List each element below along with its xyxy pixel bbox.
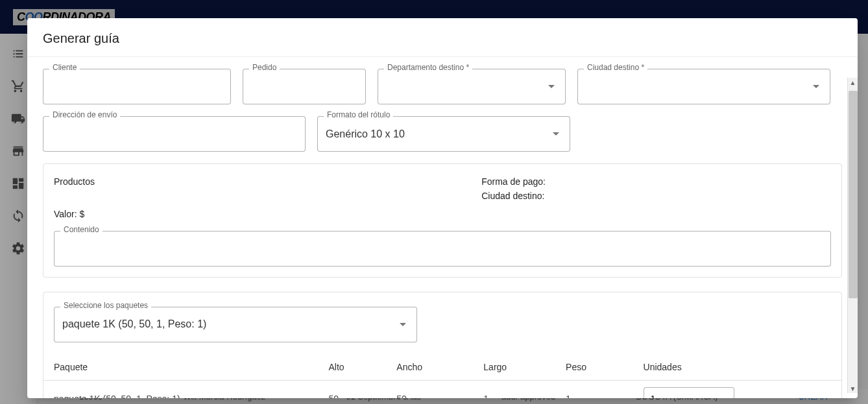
formato-select[interactable]: Genérico 10 x 10	[317, 116, 570, 152]
gear-icon[interactable]	[11, 241, 25, 255]
modal-body: Cliente Pedido Departamento destino * Ci…	[27, 56, 858, 398]
pedido-input[interactable]	[243, 69, 366, 104]
cliente-input[interactable]	[43, 69, 231, 104]
cliente-field: Cliente	[43, 69, 231, 104]
package-select[interactable]: paquete 1K (50, 50, 1, Peso: 1)	[54, 307, 417, 342]
packages-table: Paquete Alto Ancho Largo Peso Unidades p…	[43, 354, 841, 398]
th-ancho: Ancho	[386, 354, 473, 381]
generate-guide-modal: Generar guía Cliente Pedido Departamento…	[27, 18, 858, 398]
contenido-field: Contenido	[54, 231, 831, 267]
td-ancho: 50	[386, 380, 473, 398]
cart-icon[interactable]	[11, 79, 25, 93]
package-select-field: Seleccione los paquetes paquete 1K (50, …	[54, 307, 417, 342]
td-paquete: paquete 1K (50, 50, 1, Peso: 1)	[43, 380, 318, 398]
ciudad-destino-label: Ciudad destino:	[481, 189, 546, 203]
sync-icon[interactable]	[11, 209, 25, 223]
ciudad-field: Ciudad destino *	[577, 69, 830, 104]
chevron-down-icon	[813, 85, 819, 88]
unidades-input[interactable]	[644, 387, 734, 398]
scroll-down-icon[interactable]: ▼	[849, 384, 858, 393]
departamento-select[interactable]	[378, 69, 566, 104]
chevron-down-icon	[553, 132, 559, 136]
scroll-up-icon[interactable]: ▲	[849, 78, 858, 87]
th-paquete: Paquete	[43, 354, 318, 381]
ciudad-select[interactable]	[577, 69, 830, 104]
package-select-label: Seleccione los paquetes	[60, 301, 151, 310]
package-select-value: paquete 1K (50, 50, 1, Peso: 1)	[62, 318, 206, 330]
list-icon[interactable]	[11, 47, 25, 61]
th-peso: Peso	[555, 354, 633, 381]
chevron-down-icon	[400, 323, 406, 326]
modal-header: Generar guía	[27, 18, 858, 56]
departamento-label: Departamento destino *	[384, 63, 472, 72]
direccion-input[interactable]	[43, 116, 306, 152]
chevron-down-icon	[548, 85, 555, 88]
ciudad-label: Ciudad destino *	[584, 63, 647, 72]
formato-value: Genérico 10 x 10	[326, 128, 405, 140]
direccion-field: Dirección de envío	[43, 116, 306, 152]
th-unidades: Unidades	[633, 354, 841, 381]
td-largo: 1	[473, 380, 555, 398]
scrollbar[interactable]: ▲ ▼	[847, 78, 858, 393]
store-icon[interactable]	[11, 144, 25, 158]
dashboard-icon[interactable]	[11, 176, 25, 191]
contenido-input[interactable]	[54, 231, 831, 267]
modal-title: Generar guía	[43, 31, 842, 46]
pedido-field: Pedido	[243, 69, 366, 104]
packages-card: Seleccione los paquetes paquete 1K (50, …	[43, 292, 842, 398]
th-alto: Alto	[318, 354, 386, 381]
valor-label: Valor: $	[54, 207, 95, 221]
direccion-label: Dirección de envío	[49, 110, 120, 119]
summary-card: Productos Valor: $ Forma de pago: Ciudad…	[43, 163, 842, 278]
th-largo: Largo	[473, 354, 555, 381]
formato-label: Formato del rótulo	[324, 110, 393, 119]
departamento-field: Departamento destino *	[378, 69, 566, 104]
pedido-label: Pedido	[249, 63, 280, 72]
productos-label: Productos	[54, 174, 95, 189]
forma-pago-label: Forma de pago:	[481, 174, 546, 189]
td-unidades	[633, 380, 841, 398]
td-peso: 1	[555, 380, 633, 398]
cliente-label: Cliente	[49, 63, 80, 72]
contenido-label: Contenido	[60, 225, 102, 234]
formato-field: Formato del rótulo Genérico 10 x 10	[317, 116, 570, 152]
td-alto: 50	[318, 380, 386, 398]
truck-icon[interactable]	[11, 112, 25, 126]
scroll-thumb[interactable]	[849, 91, 858, 298]
table-row: paquete 1K (50, 50, 1, Peso: 1) 50 50 1 …	[43, 380, 841, 398]
